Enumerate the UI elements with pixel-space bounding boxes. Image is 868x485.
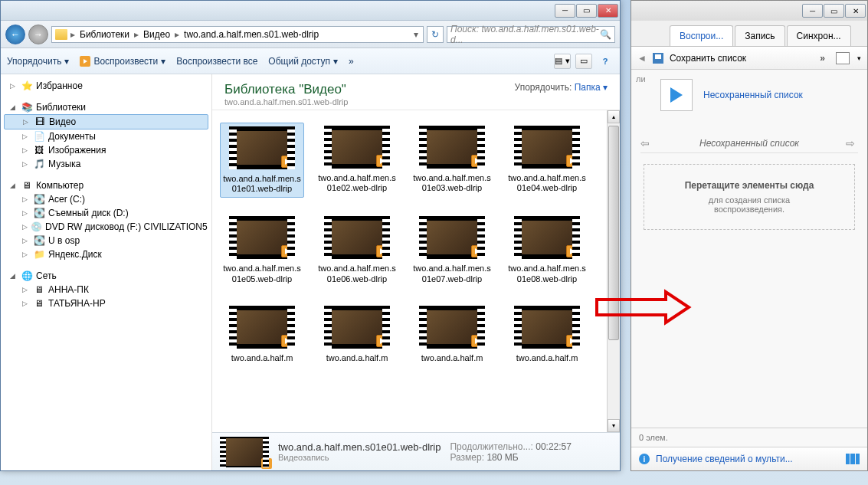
file-name: two.and.a.half.men.s01e01.web-dlrip xyxy=(221,174,303,194)
scroll-down-button[interactable]: ▾ xyxy=(608,419,620,432)
file-item[interactable]: two.and.a.half.men.s01e04.web-dlrip xyxy=(505,123,589,198)
playlist-dropzone[interactable]: Перетащите элементы сюда для создания сп… xyxy=(644,164,855,230)
maximize-button[interactable]: ▭ xyxy=(576,4,597,18)
pictures-icon: 🖼 xyxy=(33,145,45,156)
scrollbar[interactable]: ▴ ▾ xyxy=(607,110,620,432)
play-overlay-icon xyxy=(566,155,578,167)
breadcrumb-seg[interactable]: Видео xyxy=(142,29,172,40)
status-duration: 00:22:57 xyxy=(536,441,572,452)
organize-button[interactable]: Упорядочить ▾ xyxy=(7,56,69,67)
tree-video[interactable]: ▷🎞Видео xyxy=(4,114,208,129)
playlist-count: 0 элем. xyxy=(631,428,867,447)
tree-music[interactable]: ▷🎵Музыка xyxy=(4,157,208,171)
video-thumbnail xyxy=(514,306,580,349)
media-player-window: ─ ▭ ✕ Воспрои... Запись Синхрон... ◄ Сох… xyxy=(631,0,868,471)
scroll-up-button[interactable]: ▴ xyxy=(608,110,620,123)
playlist-header: ⇦ Несохраненный список ⇨ xyxy=(640,134,858,153)
search-placeholder: Поиск: two.and.a.half.men.s01.web-d... xyxy=(450,24,600,45)
file-name: two.and.a.half.men.s01e07.web-dlrip xyxy=(411,264,493,283)
next-list-button[interactable]: ⇨ xyxy=(846,137,858,149)
tree-host[interactable]: ▷🖥АННА-ПК xyxy=(4,283,208,297)
play-overlay-icon xyxy=(566,245,578,257)
documents-icon: 📄 xyxy=(33,131,45,142)
play-overlay-icon xyxy=(471,335,483,347)
file-item[interactable]: two.and.a.half.men.s01e06.web-dlrip xyxy=(315,213,399,287)
more-button[interactable]: » xyxy=(820,53,825,64)
play-overlay-icon xyxy=(281,335,293,347)
save-list-button[interactable]: Сохранить список xyxy=(670,53,746,64)
view-button[interactable]: ▤ ▾ xyxy=(554,54,571,69)
tree-drive[interactable]: ▷💽Acer (C:) xyxy=(4,192,208,206)
more-button[interactable]: » xyxy=(349,56,354,67)
tree-favorites[interactable]: ▷⭐Избранное xyxy=(4,79,208,93)
breadcrumb-seg[interactable]: Библиотеки xyxy=(78,29,131,40)
refresh-button[interactable]: ↻ xyxy=(427,26,444,43)
file-item[interactable]: two.and.a.half.men.s01e08.web-dlrip xyxy=(505,213,589,287)
drive-icon: 💽 xyxy=(33,208,45,218)
file-name: two.and.a.half.m xyxy=(316,353,398,363)
switch-view-button[interactable] xyxy=(846,454,860,464)
tree-drive[interactable]: ▷📁Яндекс.Диск xyxy=(4,247,208,261)
unsaved-list-link[interactable]: Несохраненный список xyxy=(703,90,803,100)
wmp-side-label: ли xyxy=(636,74,646,84)
close-button[interactable]: ✕ xyxy=(845,4,866,18)
breadcrumb-seg[interactable]: two.and.a.half.men.s01.web-dlrip xyxy=(182,29,320,40)
status-filename: two.and.a.half.men.s01e01.web-dlrip xyxy=(278,441,441,453)
forward-button[interactable]: → xyxy=(28,25,48,44)
tree-documents[interactable]: ▷📄Документы xyxy=(4,129,208,143)
tab-burn[interactable]: Запись xyxy=(735,25,784,46)
play-button[interactable]: Воспроизвести ▾ xyxy=(80,56,165,67)
video-thumbnail xyxy=(229,216,295,259)
file-item[interactable]: two.and.a.half.men.s01e01.web-dlrip xyxy=(220,123,304,198)
file-item[interactable]: two.and.a.half.m xyxy=(220,303,304,366)
file-item[interactable]: two.and.a.half.m xyxy=(410,303,494,366)
tree-pictures[interactable]: ▷🖼Изображения xyxy=(4,143,208,157)
info-icon: i xyxy=(639,454,650,464)
video-icon: 🎞 xyxy=(34,116,46,127)
sort-control[interactable]: Упорядочить: Папка ▾ xyxy=(515,82,608,107)
prev-list-button[interactable]: ⇦ xyxy=(640,137,653,149)
tree-drive[interactable]: ▷💽U в osp xyxy=(4,234,208,247)
minimize-button[interactable]: ─ xyxy=(555,4,575,18)
breadcrumb[interactable]: ▸ Библиотеки ▸ Видео ▸ two.and.a.half.me… xyxy=(51,26,424,43)
back-button[interactable]: ← xyxy=(5,25,25,44)
file-name: two.and.a.half.men.s01e02.web-dlrip xyxy=(316,173,398,193)
clear-list-button[interactable] xyxy=(836,52,850,64)
tree-network[interactable]: ◢🌐Сеть xyxy=(4,269,208,283)
file-item[interactable]: two.and.a.half.men.s01e05.web-dlrip xyxy=(220,213,304,287)
library-subtitle: two.and.a.half.men.s01.web-dlrip xyxy=(224,97,348,107)
video-thumbnail xyxy=(229,126,295,169)
play-icon xyxy=(80,56,90,67)
file-item[interactable]: two.and.a.half.men.s01e02.web-dlrip xyxy=(315,123,399,198)
tab-play[interactable]: Воспрои... xyxy=(670,25,733,46)
tree-drive[interactable]: ▷💿DVD RW дисковод (F:) CIVILIZATION5 xyxy=(4,220,208,234)
maximize-button[interactable]: ▭ xyxy=(824,4,844,18)
file-item[interactable]: two.and.a.half.m xyxy=(505,303,589,366)
preview-pane-button[interactable]: ▭ xyxy=(575,54,592,69)
play-all-button[interactable]: Воспроизвести все xyxy=(176,56,257,67)
close-button[interactable]: ✕ xyxy=(598,4,618,18)
share-button[interactable]: Общий доступ ▾ xyxy=(268,56,338,67)
search-input[interactable]: Поиск: two.and.a.half.men.s01.web-d... 🔍 xyxy=(447,26,615,43)
drive-icon: 💽 xyxy=(33,235,45,246)
play-overlay-icon xyxy=(376,155,388,167)
video-thumbnail xyxy=(514,216,580,259)
tree-drive[interactable]: ▷💽Съемный диск (D:) xyxy=(4,206,208,220)
tree-libraries[interactable]: ◢📚Библиотеки xyxy=(4,100,208,114)
tab-sync[interactable]: Синхрон... xyxy=(787,25,851,46)
computer-icon: 🖥 xyxy=(21,180,33,191)
play-overlay-icon xyxy=(376,245,388,257)
play-overlay-icon xyxy=(261,458,272,469)
tree-host[interactable]: ▷🖥ТАТЬЯНА-HP xyxy=(4,297,208,310)
prev-button[interactable]: ◄ xyxy=(637,53,647,64)
tree-computer[interactable]: ◢🖥Компьютер xyxy=(4,179,208,192)
media-info-link[interactable]: Получение сведений о мульти... xyxy=(656,454,793,464)
help-button[interactable]: ? xyxy=(597,54,614,69)
file-item[interactable]: two.and.a.half.m xyxy=(315,303,399,366)
file-item[interactable]: two.and.a.half.men.s01e07.web-dlrip xyxy=(410,213,494,287)
file-item[interactable]: two.and.a.half.men.s01e03.web-dlrip xyxy=(410,123,494,198)
minimize-button[interactable]: ─ xyxy=(802,4,823,18)
file-list: two.and.a.half.men.s01e01.web-dlriptwo.a… xyxy=(212,110,620,432)
scroll-thumb[interactable] xyxy=(608,126,619,340)
video-thumbnail xyxy=(419,126,485,169)
